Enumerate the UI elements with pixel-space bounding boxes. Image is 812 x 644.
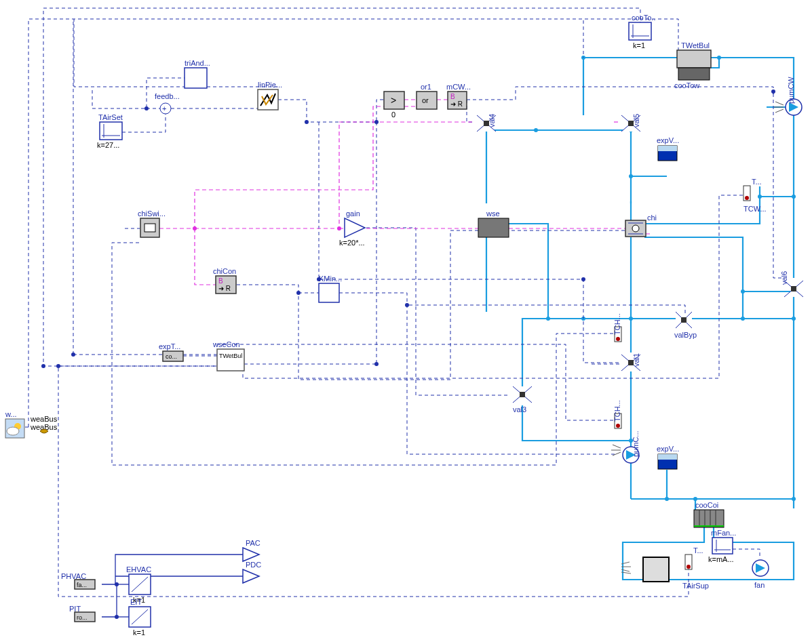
svg-point-91 [7, 427, 19, 435]
block-pumCW[interactable]: pumCW [774, 77, 802, 115]
inner-bot: ➜ R [450, 100, 463, 108]
lbl: KMin... [319, 275, 342, 283]
lbl: wse [486, 209, 500, 218]
block-cooTow[interactable]: cooTow [674, 68, 710, 89]
svg-point-23 [296, 291, 301, 295]
lbl: expV... [657, 445, 679, 453]
block-cooTo[interactable]: cooTo.. k=1 [629, 14, 655, 49]
block-fan[interactable]: fan [752, 560, 769, 589]
block-or1[interactable]: or or1 [417, 83, 437, 109]
lbl: PDC [246, 561, 261, 569]
svg-point-97 [115, 615, 119, 619]
block-TCH2[interactable]: TCH... [613, 400, 621, 428]
block-KMin[interactable]: KMin... [319, 275, 342, 302]
block-valByp[interactable]: valByp [674, 312, 697, 339]
lbl: val5 [632, 114, 640, 127]
lbl: mFan... [711, 529, 736, 537]
block-chiSwi[interactable]: chiSwi... [138, 209, 166, 237]
block-EIT[interactable]: EIT k=1 [129, 598, 151, 637]
lbl: EIT [130, 598, 142, 606]
lbl: T... [693, 546, 703, 555]
svg-point-7 [758, 195, 762, 199]
block-wseCon[interactable]: TWetBul wseCon [212, 340, 244, 371]
block-cooCoi[interactable]: cooCoi [694, 501, 724, 527]
lbl: TWetBul [681, 41, 710, 49]
block-val6[interactable]: val6 [780, 271, 803, 297]
block-chiCon[interactable]: B ➜ R chiCon [213, 267, 236, 294]
lbl: TCH... [613, 400, 621, 422]
block-mCW[interactable]: B ➜ R mCW... [446, 83, 471, 109]
svg-rect-70 [520, 392, 525, 397]
lbl: > [391, 95, 396, 106]
svg-rect-75 [658, 454, 677, 460]
lbl: wseCon [212, 340, 240, 348]
svg-rect-52 [658, 146, 677, 151]
block-PDC[interactable]: PDC [243, 561, 261, 583]
svg-point-6 [629, 174, 633, 178]
svg-point-30 [771, 89, 775, 94]
lbl: chi [647, 214, 657, 222]
svg-marker-57 [345, 218, 365, 237]
svg-point-86 [687, 565, 691, 569]
inner-bot: ➜ R [218, 285, 231, 292]
block-triAnd[interactable]: triAnd... [185, 59, 210, 88]
lbl: cooTow [674, 81, 699, 89]
lbl: fan [754, 581, 765, 589]
inner: co... [166, 353, 177, 360]
lbl: TCH... [613, 313, 621, 335]
svg-text:weaBus: weaBus [30, 415, 58, 423]
block-T2[interactable]: T... [685, 546, 703, 569]
svg-rect-36 [677, 50, 711, 68]
lbl: cooCoi [695, 501, 718, 509]
block-TAirSet[interactable]: TAirSet k=27... [97, 113, 123, 149]
block-expT[interactable]: co... expT... [159, 342, 183, 361]
block-gt[interactable]: > 0 [384, 92, 404, 119]
block-val4[interactable]: val4 [477, 114, 496, 132]
block-val5[interactable]: val5 [621, 114, 640, 132]
lbl: TAirSet [98, 113, 123, 121]
svg-rect-42 [100, 122, 122, 140]
block-pumC[interactable]: pumC... [611, 430, 640, 463]
lbl: valByp [674, 331, 697, 339]
lbl: mCW... [446, 83, 471, 91]
block-PIT[interactable]: ro... PIT [69, 605, 95, 622]
block-val1[interactable]: val1 [621, 353, 640, 371]
param: k=mA... [708, 555, 734, 563]
param: k=1 [133, 628, 145, 637]
inner-top: B [218, 277, 223, 285]
block-mFan[interactable]: mFan... k=mA... [708, 529, 736, 563]
svg-rect-62 [319, 283, 339, 302]
svg-point-29 [581, 277, 585, 281]
svg-point-32 [337, 226, 341, 230]
svg-point-10 [741, 289, 745, 294]
block-TWetBul[interactable]: TWetBul [677, 41, 711, 68]
block-TCH1[interactable]: TCH... [613, 313, 621, 342]
block-PHVAC[interactable]: fa... PHVAC [61, 572, 95, 589]
param: 0 [391, 110, 395, 119]
block-weather[interactable]: w... [5, 410, 24, 438]
svg-rect-58 [478, 218, 509, 237]
lbl: PIT [69, 605, 81, 613]
lbl: pumC... [632, 430, 640, 457]
block-expV1[interactable]: expV... [657, 136, 679, 161]
svg-point-21 [71, 353, 75, 357]
block-PAC[interactable]: PAC [243, 539, 260, 561]
block-expV2[interactable]: expV... [657, 445, 679, 469]
svg-point-66 [616, 337, 620, 341]
svg-point-96 [115, 582, 119, 586]
svg-marker-95 [243, 569, 259, 583]
param: k=27... [97, 141, 119, 149]
block-wse[interactable]: wse [478, 209, 509, 237]
lbl: val1 [632, 353, 640, 367]
block-feedb-sum[interactable]: + feedb... [155, 92, 180, 114]
lbl: triAnd... [185, 59, 210, 67]
svg-rect-56 [144, 224, 155, 232]
svg-point-22 [144, 106, 149, 110]
block-val3[interactable]: val3 [513, 386, 532, 414]
block-linPie[interactable]: linPie... [258, 81, 282, 110]
svg-point-72 [616, 424, 620, 428]
block-roo[interactable] [643, 557, 669, 582]
svg-point-11 [741, 317, 745, 321]
svg-point-18 [792, 497, 796, 501]
lbl: PHVAC [61, 572, 86, 580]
